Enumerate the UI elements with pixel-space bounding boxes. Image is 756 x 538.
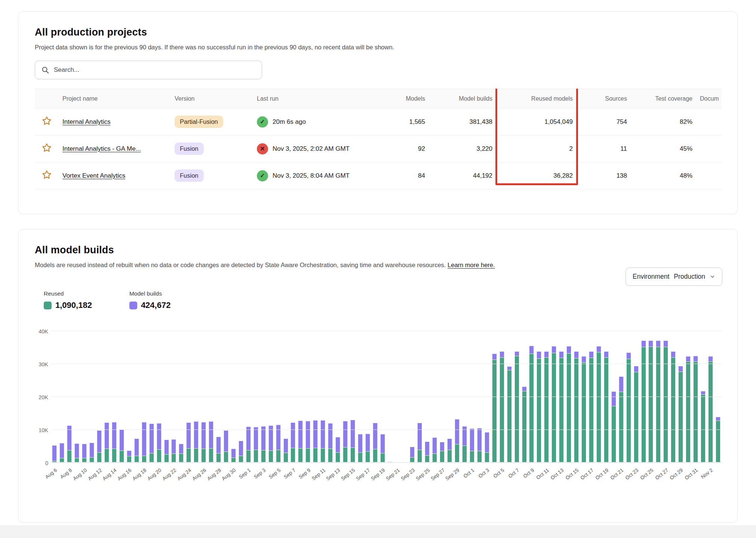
- learn-more-link[interactable]: Learn more here.: [448, 262, 495, 268]
- model-builds-segment: [142, 422, 147, 456]
- reused-segment: [67, 450, 72, 462]
- model-builds-segment: [604, 351, 609, 358]
- model-builds-segment: [708, 356, 713, 362]
- model-builds-segment: [716, 417, 720, 421]
- project-name-link[interactable]: Internal Analytics: [62, 118, 111, 125]
- model-builds-segment: [201, 422, 206, 449]
- reused-segment: [358, 453, 363, 462]
- reused-segment: [425, 456, 430, 462]
- reused-segment: [157, 450, 162, 462]
- legend-swatch: [44, 302, 52, 309]
- success-status-icon: ✓: [257, 116, 268, 128]
- reused-segment: [529, 354, 534, 462]
- reused-segment: [708, 362, 713, 462]
- model-builds-segment: [127, 450, 132, 456]
- model-builds-segment: [559, 351, 564, 358]
- legend-swatch: [129, 302, 137, 309]
- x-tick-label: Sep 27: [430, 467, 446, 482]
- chevron-down-icon: [710, 274, 715, 279]
- projects-card: All production projects Project data sho…: [18, 11, 738, 214]
- chart-legend: Reused1,090,182Model builds424,672: [44, 290, 721, 310]
- model-builds-segment: [432, 437, 437, 454]
- reused-segment: [500, 358, 504, 462]
- model-builds-count: 3,220: [429, 135, 496, 162]
- version-badge: Fusion: [175, 169, 204, 182]
- reused-segment: [179, 454, 184, 462]
- x-tick-label: Aug 12: [87, 467, 103, 482]
- reused-segment: [82, 458, 87, 462]
- x-tick-label: Sep 25: [415, 467, 431, 482]
- reused-segment: [485, 453, 489, 462]
- project-row: Vortex Event AnalyticsFusion✓Nov 3, 2025…: [35, 162, 722, 189]
- legend-label: Reused: [44, 290, 92, 297]
- col-documentation[interactable]: Docum: [696, 89, 722, 108]
- col-project-name[interactable]: Project name: [59, 89, 171, 108]
- x-tick-label: Aug 20: [146, 467, 162, 482]
- projects-table-wrap: Project name Version Last run Models Mod…: [35, 89, 722, 189]
- col-model-builds[interactable]: Model builds: [429, 89, 496, 108]
- model-builds-segment: [239, 441, 243, 456]
- reused-segment: [224, 452, 228, 462]
- col-models[interactable]: Models: [377, 89, 429, 108]
- model-builds-segment: [97, 430, 102, 453]
- col-version[interactable]: Version: [171, 89, 253, 108]
- reused-segment: [380, 453, 385, 462]
- col-test-coverage[interactable]: Test coverage: [631, 89, 696, 108]
- reused-segment: [320, 449, 325, 462]
- environment-select[interactable]: Environment Production: [626, 268, 722, 286]
- star-icon[interactable]: [41, 142, 52, 153]
- reused-segment: [268, 451, 273, 462]
- x-tick-label: Nov 2: [700, 467, 714, 480]
- reused-segment: [477, 451, 482, 462]
- reused-segment: [507, 370, 512, 462]
- col-last-run[interactable]: Last run: [253, 89, 377, 108]
- model-builds-segment: [440, 442, 445, 452]
- model-builds-segment: [544, 351, 549, 358]
- projects-table: Project name Version Last run Models Mod…: [35, 89, 722, 189]
- model-builds-segment: [276, 425, 281, 450]
- col-sources[interactable]: Sources: [577, 89, 631, 108]
- model-builds-segment: [470, 428, 474, 451]
- reused-segment: [656, 347, 661, 462]
- x-tick-label: Oct 1: [462, 467, 476, 479]
- reused-segment: [305, 449, 310, 462]
- x-tick-label: Oct 23: [624, 467, 639, 481]
- reused-segment: [596, 352, 601, 462]
- reused-segment: [186, 449, 191, 462]
- model-builds-segment: [313, 420, 318, 448]
- model-builds-segment: [186, 422, 191, 449]
- test-coverage-value: 48%: [631, 162, 696, 189]
- projects-table-body: Internal AnalyticsPartial-Fusion✓20m 6s …: [35, 108, 722, 189]
- reused-segment: [343, 447, 348, 462]
- x-axis-labels: Aug 6Aug 8Aug 10Aug 12Aug 14Aug 16Aug 18…: [51, 466, 722, 492]
- legend-item: Reused1,090,182: [44, 290, 92, 310]
- model-builds-segment: [611, 391, 616, 406]
- sources-count: 754: [577, 108, 631, 135]
- gridline: [51, 397, 722, 397]
- version-cell: Fusion: [171, 162, 253, 189]
- star-icon[interactable]: [41, 169, 52, 180]
- x-tick-label: Oct 7: [507, 467, 520, 479]
- model-builds-segment: [224, 430, 228, 452]
- search-input[interactable]: [54, 66, 256, 74]
- reused-segment: [641, 347, 646, 462]
- x-tick-label: Sep 21: [385, 467, 401, 482]
- star-icon[interactable]: [41, 115, 52, 126]
- x-tick-label: Sep 9: [298, 467, 311, 480]
- project-name-link[interactable]: Vortex Event Analytics: [62, 172, 125, 179]
- model-builds-segment: [693, 356, 698, 362]
- model-builds-segment: [477, 428, 482, 451]
- model-builds-segment: [157, 423, 162, 449]
- model-builds-segment: [291, 422, 295, 449]
- project-name-link[interactable]: Internal Analytics - GA Me...: [62, 145, 141, 152]
- reused-segment: [537, 359, 541, 462]
- reused-segment: [328, 449, 333, 462]
- model-builds-segment: [455, 419, 460, 444]
- x-tick-label: Aug 18: [131, 467, 147, 482]
- model-builds-segment: [320, 420, 325, 449]
- model-builds-segment: [551, 346, 556, 353]
- reused-segment: [216, 453, 221, 462]
- reused-segment: [544, 358, 549, 462]
- col-reused-models[interactable]: Reused models: [496, 89, 577, 108]
- y-tick-label: 30K: [39, 361, 48, 367]
